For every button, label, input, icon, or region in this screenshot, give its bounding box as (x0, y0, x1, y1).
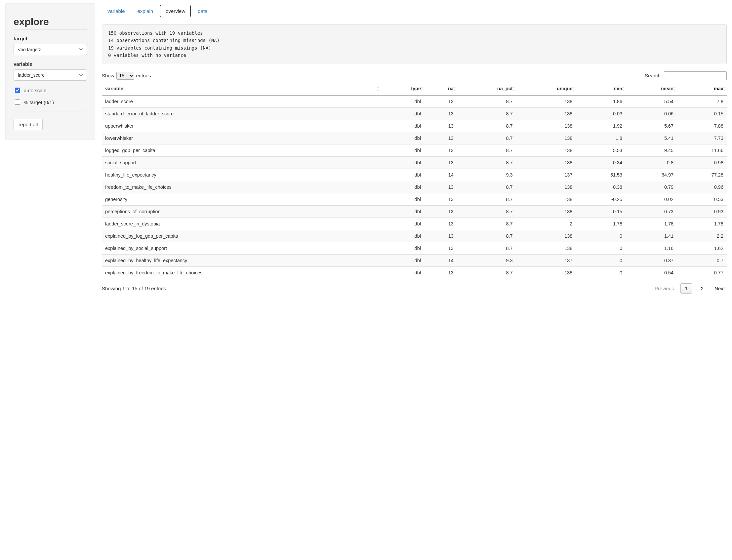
cell-max: 0.15 (677, 107, 727, 120)
cell-unique: 138 (516, 193, 576, 205)
report-all-button[interactable]: report all (14, 119, 43, 130)
page-size-select[interactable]: 10152550100 (116, 72, 134, 80)
cell-min: 1.92 (576, 120, 626, 132)
cell-mean: 0.02 (626, 193, 677, 205)
col-max[interactable]: max (677, 83, 727, 96)
auto-scale-checkbox[interactable] (15, 88, 20, 93)
table-row: explained_by_healthy_life_expectancydbl1… (102, 254, 727, 266)
cell-type: dbl (380, 144, 424, 156)
cell-na-pct: 9.3 (457, 254, 516, 266)
pct-target-label[interactable]: % target (0/1) (24, 100, 54, 105)
cell-type: dbl (380, 230, 424, 242)
cell-max: 1.78 (677, 218, 727, 230)
pager-page-2[interactable]: 2 (697, 283, 708, 294)
sidebar: explore target <no target> variable ladd… (5, 3, 95, 140)
cell-mean: 0.73 (626, 205, 677, 218)
cell-max: 11.66 (677, 144, 727, 156)
cell-mean: 0.54 (626, 266, 677, 279)
cell-na: 14 (424, 169, 457, 181)
pager-page-1[interactable]: 1 (680, 283, 692, 294)
cell-min: -0.25 (576, 193, 626, 205)
cell-unique: 137 (516, 254, 576, 266)
cell-variable: standard_error_of_ladder_score (102, 107, 380, 120)
cell-min: 1.86 (576, 95, 626, 107)
cell-mean: 5.54 (626, 95, 677, 107)
cell-na-pct: 8.7 (457, 132, 516, 144)
cell-min: 1.8 (576, 132, 626, 144)
sort-icon (376, 87, 380, 91)
variable-select[interactable]: ladder_score (14, 69, 87, 81)
tab-data[interactable]: data (192, 5, 213, 17)
table-row: perceptions_of_corruptiondbl138.71380.15… (102, 205, 727, 218)
cell-max: 0.7 (677, 254, 727, 266)
pct-target-checkbox[interactable] (15, 100, 20, 105)
cell-mean: 1.41 (626, 230, 677, 242)
cell-type: dbl (380, 156, 424, 169)
table-row: standard_error_of_ladder_scoredbl138.713… (102, 107, 727, 120)
col-mean[interactable]: mean (626, 83, 677, 96)
cell-max: 77.28 (677, 169, 727, 181)
cell-na: 13 (424, 242, 457, 254)
cell-variable: ladder_score (102, 95, 380, 107)
table-row: explained_by_social_supportdbl138.713801… (102, 242, 727, 254)
pct-target-row: % target (0/1) (14, 99, 87, 106)
table-header-row: variabletypenana_pctuniqueminmeanmax (102, 83, 727, 96)
target-select[interactable]: <no target> (14, 44, 87, 55)
cell-na-pct: 8.7 (457, 156, 516, 169)
cell-min: 1.78 (576, 218, 626, 230)
pager-next[interactable]: Next (712, 284, 727, 293)
cell-type: dbl (380, 132, 424, 144)
col-type[interactable]: type (380, 83, 424, 96)
cell-variable: explained_by_social_support (102, 242, 380, 254)
cell-type: dbl (380, 181, 424, 193)
cell-max: 7.73 (677, 132, 727, 144)
cell-na-pct: 8.7 (457, 205, 516, 218)
cell-variable: logged_gdp_per_capita (102, 144, 380, 156)
pager-previous[interactable]: Previous (653, 284, 676, 293)
col-variable[interactable]: variable (102, 83, 380, 96)
cell-unique: 2 (516, 218, 576, 230)
target-label: target (14, 36, 87, 41)
show-label-prefix: Show (102, 73, 114, 78)
cell-na-pct: 8.7 (457, 218, 516, 230)
cell-type: dbl (380, 120, 424, 132)
cell-type: dbl (380, 266, 424, 279)
tab-variable[interactable]: variable (102, 5, 131, 17)
cell-min: 0.03 (576, 107, 626, 120)
col-min[interactable]: min (576, 83, 626, 96)
cell-mean: 0.06 (626, 107, 677, 120)
cell-variable: perceptions_of_corruption (102, 205, 380, 218)
cell-min: 0 (576, 230, 626, 242)
cell-unique: 138 (516, 95, 576, 107)
auto-scale-label[interactable]: auto scale (24, 88, 46, 93)
cell-type: dbl (380, 169, 424, 181)
cell-unique: 138 (516, 156, 576, 169)
cell-na-pct: 8.7 (457, 193, 516, 205)
search-label: Search: (645, 73, 662, 78)
cell-mean: 0.8 (626, 156, 677, 169)
cell-variable: healthy_life_expectancy (102, 169, 380, 181)
cell-na-pct: 8.7 (457, 144, 516, 156)
sort-icon (572, 87, 575, 91)
tab-explain[interactable]: explain (132, 5, 159, 17)
table-footer: Showing 1 to 15 of 19 entries Previous12… (102, 283, 727, 294)
tab-overview[interactable]: overview (160, 5, 191, 17)
cell-unique: 138 (516, 120, 576, 132)
col-unique[interactable]: unique (516, 83, 576, 96)
variable-select-value: ladder_score (14, 69, 87, 81)
cell-max: 2.2 (677, 230, 727, 242)
tabs: variableexplainoverviewdata (102, 5, 727, 17)
table-row: generositydbl138.7138-0.250.020.53 (102, 193, 727, 205)
table-row: explained_by_freedom_to_make_life_choice… (102, 266, 727, 279)
cell-na: 13 (424, 266, 457, 279)
col-na-pct[interactable]: na_pct (457, 83, 516, 96)
overview-table: variabletypenana_pctuniqueminmeanmax lad… (102, 83, 727, 279)
col-na[interactable]: na (424, 83, 457, 96)
cell-variable: lowerwhisker (102, 132, 380, 144)
cell-na-pct: 8.7 (457, 230, 516, 242)
search-input[interactable] (664, 71, 727, 80)
sort-icon (723, 87, 726, 91)
table-row: ladder_score_in_dystopiadbl138.721.781.7… (102, 218, 727, 230)
cell-na: 13 (424, 107, 457, 120)
cell-max: 0.98 (677, 156, 727, 169)
